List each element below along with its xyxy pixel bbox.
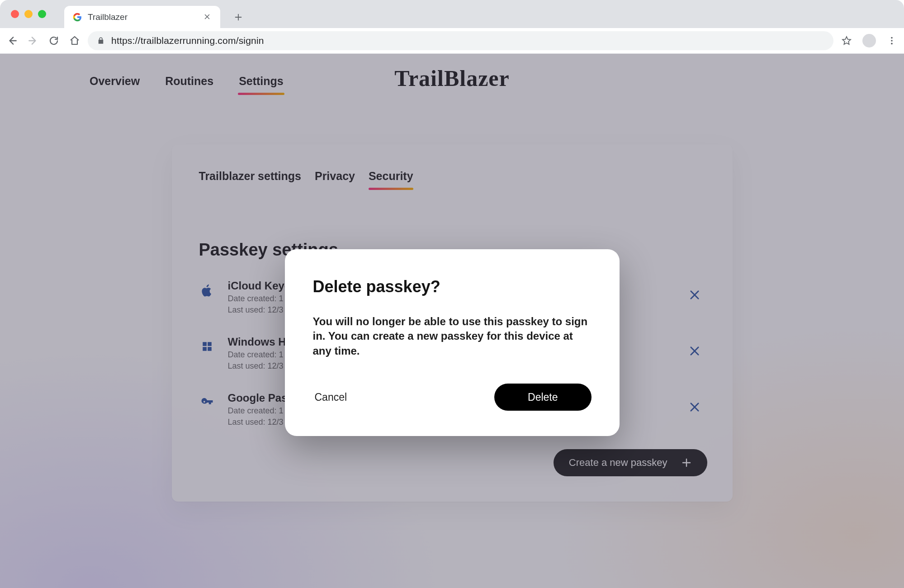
reload-button[interactable] (48, 35, 60, 47)
svg-point-1 (891, 40, 893, 42)
back-button[interactable] (6, 35, 18, 47)
browser-chrome: Trailblazer (0, 0, 904, 54)
browser-menu-button[interactable] (886, 35, 898, 47)
address-bar[interactable]: https://trailblazerrunning.com/signin (88, 31, 833, 50)
window-controls (11, 0, 46, 28)
cancel-button[interactable]: Cancel (313, 386, 349, 409)
svg-point-2 (891, 43, 893, 45)
lock-icon (97, 37, 105, 45)
favicon-icon (72, 12, 82, 22)
bookmark-button[interactable] (841, 35, 852, 47)
window-maximize-button[interactable] (38, 10, 46, 18)
url-text: https://trailblazerrunning.com/signin (111, 35, 264, 46)
profile-avatar[interactable] (862, 34, 876, 47)
tab-close-button[interactable] (203, 13, 212, 22)
home-button[interactable] (69, 35, 80, 47)
new-tab-button[interactable] (229, 8, 247, 26)
window-close-button[interactable] (11, 10, 19, 18)
dialog-body: You will no longer be able to use this p… (313, 314, 592, 358)
tab-strip: Trailblazer (0, 0, 904, 28)
browser-toolbar: https://trailblazerrunning.com/signin (0, 28, 904, 54)
window-minimize-button[interactable] (24, 10, 33, 18)
tab-title: Trailblazer (88, 12, 198, 22)
page-viewport: Overview Routines Settings TrailBlazer T… (0, 54, 904, 588)
delete-button[interactable]: Delete (494, 384, 591, 411)
dialog-title: Delete passkey? (313, 277, 592, 296)
forward-button[interactable] (27, 35, 39, 47)
svg-point-0 (891, 37, 893, 39)
delete-passkey-dialog: Delete passkey? You will no longer be ab… (285, 249, 620, 436)
browser-tab[interactable]: Trailblazer (64, 6, 220, 28)
